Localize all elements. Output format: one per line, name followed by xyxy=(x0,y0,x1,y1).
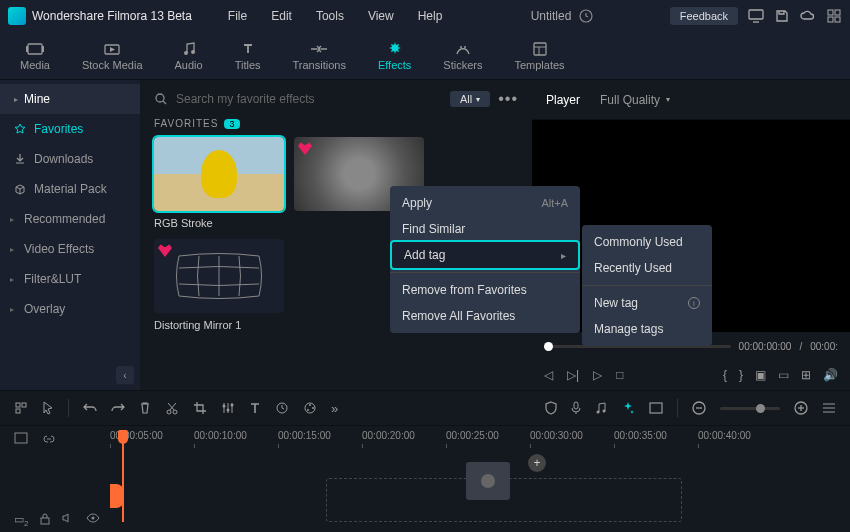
sidebar-item-favorites[interactable]: Favorites xyxy=(0,114,140,144)
menu-edit[interactable]: Edit xyxy=(259,9,304,23)
media-placeholder[interactable] xyxy=(466,462,510,500)
mic-icon[interactable] xyxy=(571,401,581,415)
effects-grid: Search my favorite effects All▾ ••• FAVO… xyxy=(140,80,532,390)
shield-icon[interactable] xyxy=(545,401,557,415)
tab-templates[interactable]: Templates xyxy=(514,41,564,71)
tag-manage[interactable]: Manage tags xyxy=(582,316,712,342)
svg-rect-3 xyxy=(828,10,833,15)
more-options-button[interactable]: ••• xyxy=(498,90,518,108)
speed-button[interactable] xyxy=(275,401,289,415)
crop-tool-button[interactable] xyxy=(193,401,207,415)
app-logo-icon xyxy=(8,7,26,25)
undo-button[interactable] xyxy=(83,402,97,414)
track-video-icon[interactable]: ▭2 xyxy=(14,513,28,528)
sidebar-item-downloads[interactable]: Downloads xyxy=(0,144,140,174)
mark-out-icon[interactable]: } xyxy=(739,368,743,382)
tab-stock-media[interactable]: Stock Media xyxy=(82,41,143,71)
zoom-handle[interactable] xyxy=(756,404,765,413)
effect-thumb-distorting-mirror[interactable] xyxy=(154,239,284,313)
monitor-icon[interactable] xyxy=(748,8,764,24)
tag-new[interactable]: New tagi xyxy=(582,290,712,316)
svg-rect-5 xyxy=(828,17,833,22)
quality-dropdown[interactable]: Full Quality▾ xyxy=(600,93,670,107)
step-back-button[interactable]: ▷| xyxy=(567,368,579,382)
svg-marker-11 xyxy=(110,47,115,52)
sidebar-item-video-effects[interactable]: ▸Video Effects xyxy=(0,234,140,264)
snapshot-icon[interactable]: ▭ xyxy=(778,368,789,382)
play-button[interactable]: ▷ xyxy=(593,368,602,382)
track-mute-icon[interactable] xyxy=(62,513,74,528)
ctx-remove-all-favorites[interactable]: Remove All Favorites xyxy=(390,303,580,329)
sidebar-item-recommended[interactable]: ▸Recommended xyxy=(0,204,140,234)
ctx-apply[interactable]: ApplyAlt+A xyxy=(390,190,580,216)
ctx-remove-favorite[interactable]: Remove from Favorites xyxy=(390,277,580,303)
zoom-slider[interactable] xyxy=(720,407,780,410)
crop-icon[interactable]: ▣ xyxy=(755,368,766,382)
menu-tools[interactable]: Tools xyxy=(304,9,356,23)
search-input[interactable]: Search my favorite effects xyxy=(154,92,442,106)
list-view-icon[interactable] xyxy=(822,402,836,414)
add-media-button[interactable]: + xyxy=(528,454,546,472)
tab-audio[interactable]: Audio xyxy=(175,41,203,71)
sidebar-item-material-pack[interactable]: Material Pack xyxy=(0,174,140,204)
redo-button[interactable] xyxy=(111,402,125,414)
ctx-add-tag[interactable]: Add tag▸ xyxy=(392,242,578,268)
tab-stickers[interactable]: Stickers xyxy=(443,41,482,71)
zoom-in-button[interactable] xyxy=(794,401,808,415)
menu-view[interactable]: View xyxy=(356,9,406,23)
sidebar-collapse-button[interactable]: ‹ xyxy=(116,366,134,384)
music-icon[interactable] xyxy=(595,401,607,415)
effect-thumb-rgb-stroke[interactable] xyxy=(154,137,284,211)
tool-select-icon[interactable] xyxy=(14,401,28,415)
filter-all-dropdown[interactable]: All▾ xyxy=(450,91,490,107)
svg-rect-22 xyxy=(22,403,26,407)
delete-button[interactable] xyxy=(139,401,151,415)
ctx-find-similar[interactable]: Find Similar xyxy=(390,216,580,242)
tab-effects[interactable]: Effects xyxy=(378,41,411,71)
svg-rect-21 xyxy=(16,403,20,407)
cloud-icon[interactable] xyxy=(800,8,816,24)
playhead[interactable] xyxy=(118,430,130,522)
info-icon: i xyxy=(688,297,700,309)
sidebar-item-overlay[interactable]: ▸Overlay xyxy=(0,294,140,324)
feedback-button[interactable]: Feedback xyxy=(670,7,738,25)
mark-in-icon[interactable]: { xyxy=(723,368,727,382)
tab-titles[interactable]: Titles xyxy=(235,41,261,71)
track-header-icon[interactable] xyxy=(14,432,28,444)
zoom-out-button[interactable] xyxy=(692,401,706,415)
svg-point-24 xyxy=(167,410,171,414)
tag-commonly-used[interactable]: Commonly Used xyxy=(582,229,712,255)
track-lock-icon[interactable] xyxy=(40,513,50,528)
search-icon xyxy=(154,92,168,106)
rect-tool-icon[interactable] xyxy=(649,402,663,414)
adjust-button[interactable] xyxy=(221,401,235,415)
clip-start-handle[interactable] xyxy=(110,484,124,508)
text-tool-button[interactable] xyxy=(249,401,261,415)
sidebar-mine-header[interactable]: ▸Mine xyxy=(0,84,140,114)
ai-sparkle-icon[interactable] xyxy=(621,401,635,415)
display-icon[interactable]: ⊞ xyxy=(801,368,811,382)
prev-frame-button[interactable]: ◁ xyxy=(544,368,553,382)
stop-button[interactable]: □ xyxy=(616,368,623,382)
tab-media[interactable]: Media xyxy=(20,41,50,71)
more-tools-button[interactable]: » xyxy=(331,401,338,416)
scrub-handle[interactable] xyxy=(544,342,553,351)
menu-file[interactable]: File xyxy=(216,9,259,23)
svg-point-13 xyxy=(191,50,195,54)
volume-icon[interactable]: 🔊 xyxy=(823,368,838,382)
save-icon[interactable] xyxy=(774,8,790,24)
timeline[interactable]: 00:00:05:00 00:00:10:00 00:00:15:00 00:0… xyxy=(0,426,850,532)
tool-cursor-icon[interactable] xyxy=(42,401,54,415)
color-button[interactable] xyxy=(303,401,317,415)
tag-recently-used[interactable]: Recently Used xyxy=(582,255,712,281)
timeline-ruler[interactable]: 00:00:05:00 00:00:10:00 00:00:15:00 00:0… xyxy=(110,430,850,448)
link-icon[interactable] xyxy=(42,432,56,444)
cut-button[interactable] xyxy=(165,401,179,415)
grid-icon[interactable] xyxy=(826,8,842,24)
track-visibility-icon[interactable] xyxy=(86,513,100,528)
sidebar-item-filter-lut[interactable]: ▸Filter&LUT xyxy=(0,264,140,294)
tab-transitions[interactable]: Transitions xyxy=(293,41,346,71)
svg-point-12 xyxy=(184,51,188,55)
menu-help[interactable]: Help xyxy=(406,9,455,23)
svg-point-26 xyxy=(223,405,226,408)
